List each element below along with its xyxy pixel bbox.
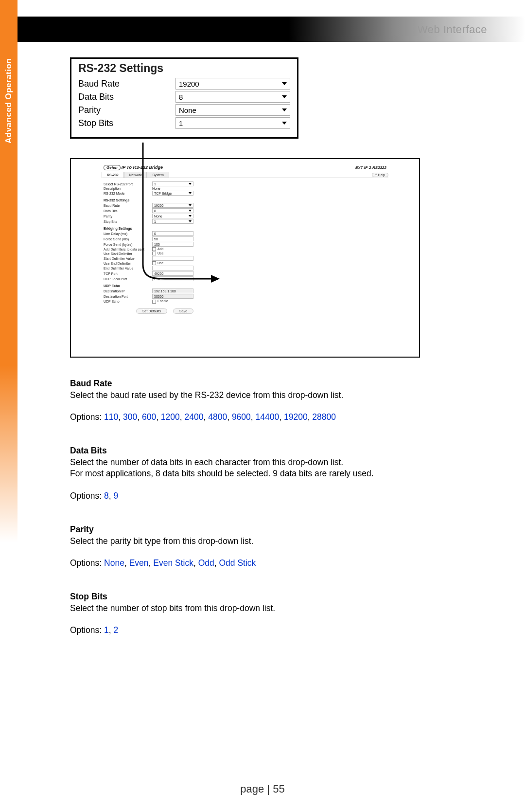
detail-button[interactable]: Set Defaults [136,308,167,314]
description-heading: Parity [70,524,420,535]
description-body: Select the number of stop bits from this… [70,603,420,614]
detail-row-label: Force Send (ms) [104,237,152,241]
detail-row: Stop Bits1 [104,219,226,224]
detail-row-label: Destination IP [104,289,152,293]
rs232-settings-title: RS-232 Settings [78,62,290,75]
settings-dropdown[interactable]: None [175,104,290,116]
detail-input[interactable]: 50 [152,236,193,241]
detail-input[interactable]: 49200 [152,271,193,276]
detail-tab[interactable]: System [147,172,169,178]
detail-dropdown[interactable]: 8 [152,208,193,213]
option-separator: , [118,412,123,422]
option-separator: , [203,412,208,422]
detail-dropdown-value: 19200 [154,204,163,207]
chevron-down-icon [189,183,192,185]
descriptions: Baud RateSelect the baud rate used by th… [70,378,420,636]
chevron-down-icon [282,108,287,111]
help-button[interactable]: ? Help [372,173,388,177]
option-separator: , [124,558,129,568]
option-value: 8 [104,491,109,501]
option-separator: , [251,412,256,422]
detail-row: TCP Port49200 [104,271,226,276]
rs232-settings-box: RS-232 Settings Baud Rate19200Data Bits8… [70,57,298,139]
detail-title: IP To RS-232 Bridge [122,165,163,170]
option-value: 600 [142,412,156,422]
detail-checkbox[interactable] [152,252,156,255]
detail-dropdown[interactable]: 1 [152,219,193,224]
settings-dropdown[interactable]: 8 [175,91,290,103]
detail-row-label: TCP Port [104,272,152,275]
description-heading: Stop Bits [70,591,420,602]
settings-label: Data Bits [78,92,175,102]
detail-checkbox[interactable] [152,300,156,304]
settings-row: Data Bits8 [78,91,290,103]
description-options: Options: None, Even, Even Stick, Odd, Od… [70,558,420,569]
chevron-down-icon [189,220,192,222]
detail-row: Data Bits8 [104,208,226,213]
detail-tab[interactable]: Network [124,172,147,178]
settings-label: Parity [78,105,175,115]
detail-row: Start Delimiter Value [104,256,226,261]
option-separator: , [149,558,154,568]
detail-input[interactable] [152,256,193,261]
detail-button[interactable]: Save [173,308,193,314]
detail-rs232-title: RS-232 Settings [104,198,226,202]
description-block: Baud RateSelect the baud rate used by th… [70,378,420,423]
settings-row: Stop Bits1 [78,117,290,129]
detail-input[interactable]: 100 [152,242,193,247]
option-value: 2400 [185,412,204,422]
sidebar-label: Advanced Operation [0,58,18,156]
detail-input[interactable] [152,266,193,271]
option-separator: , [137,412,142,422]
detail-dropdown[interactable]: 19200 [152,203,193,208]
option-separator: , [308,412,313,422]
detail-dropdown-value: 8 [154,209,156,213]
option-value: 9600 [232,412,251,422]
settings-label: Stop Bits [78,118,175,128]
option-value: 28800 [312,412,336,422]
page-footer: page | 55 [0,783,525,795]
detail-row: DescriptionNone [104,187,226,190]
option-separator: , [109,491,114,501]
description-block: Data BitsSelect the number of data bits … [70,445,420,501]
detail-row: Line Delay (ms)0 [104,231,226,236]
detail-row: Force Send (ms)50 [104,236,226,241]
detail-dropdown[interactable]: None [152,214,193,218]
detail-checkbox[interactable] [152,247,156,251]
detail-row-label: RS-232 Mode [104,192,152,195]
option-value: 19200 [284,412,308,422]
option-value: Even [129,558,149,568]
detail-row: Destination IP192.168.1.180 [104,289,226,293]
option-value: 1 [104,625,109,635]
detail-row: ParityNone [104,214,226,218]
detail-row-label: Start Delimiter Value [104,257,152,260]
detail-checkbox[interactable] [152,261,156,265]
option-value: 4800 [208,412,227,422]
settings-dropdown[interactable]: 1 [175,117,290,129]
detail-row-label: Line Delay (ms) [104,232,152,235]
chevron-down-icon [189,204,192,206]
detail-dropdown[interactable]: TCP Bridge [152,191,193,196]
option-value: 110 [104,412,118,422]
detail-input[interactable]: 254 [152,276,193,281]
detail-input[interactable]: 0 [152,231,193,236]
detail-dropdown[interactable]: 1 [152,181,193,186]
detail-tab[interactable]: RS-232 [102,172,124,178]
detail-bridging-title: Bridging Settings [104,227,226,230]
options-prefix: Options: [70,412,104,422]
settings-dropdown-value: 19200 [179,80,199,88]
detail-row-label: Select RS-232 Port [104,182,152,186]
option-separator: , [156,412,161,422]
option-value: None [104,558,124,568]
page-footer-num: 55 [273,783,284,795]
detail-row-label: Data Bits [104,209,152,213]
detail-checkbox-label: Use [158,261,163,265]
detail-row-label: Force Send (bytes) [104,243,152,246]
detail-input: 192.168.1.180 [152,289,193,293]
settings-dropdown[interactable]: 19200 [175,78,290,90]
detail-input: 50000 [152,294,193,299]
detail-checkbox-label: Enable [158,299,168,303]
detail-row: RS-232 ModeTCP Bridge [104,191,226,196]
chevron-down-icon [189,215,192,217]
detail-row-label: Description [104,187,152,190]
